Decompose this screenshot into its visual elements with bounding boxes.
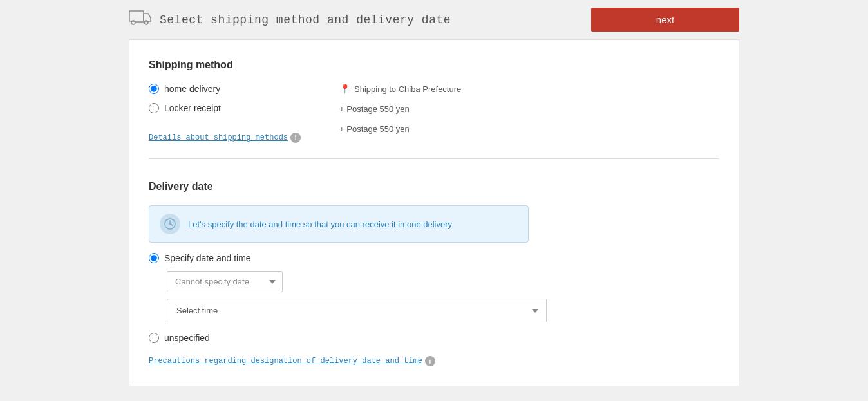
- precautions-link[interactable]: Precautions regarding designation of del…: [149, 357, 422, 366]
- unspecified-option[interactable]: unspecified: [149, 333, 719, 343]
- unspecified-radio[interactable]: [149, 333, 159, 343]
- date-select-container: Cannot specify date: [167, 271, 719, 292]
- specify-date-radio[interactable]: [149, 253, 159, 263]
- location-label: Shipping to Chiba Prefecture: [354, 84, 461, 94]
- date-dropdown[interactable]: Cannot specify date: [167, 271, 283, 292]
- svg-line-6: [170, 224, 173, 225]
- tooltip-banner: Let's specify the date and time so that …: [149, 205, 529, 243]
- next-button[interactable]: next: [591, 8, 739, 32]
- postage-home: + Postage 550 yen: [339, 104, 461, 114]
- main-card: Shipping method home delivery Locker rec…: [129, 39, 739, 386]
- home-delivery-label: home delivery: [164, 84, 220, 94]
- shipping-location: 📍 Shipping to Chiba Prefecture: [339, 84, 461, 94]
- locker-receipt-option[interactable]: Locker receipt: [149, 103, 301, 113]
- details-link-container: Details about shipping methods i: [149, 133, 301, 143]
- header: Select shipping method and delivery date…: [0, 0, 868, 39]
- precautions-info-icon: i: [425, 356, 435, 366]
- home-delivery-radio[interactable]: [149, 84, 159, 94]
- details-info-icon: i: [290, 133, 301, 143]
- clock-icon: [160, 214, 180, 234]
- home-delivery-option[interactable]: home delivery: [149, 84, 301, 94]
- shipping-method-section: Shipping method home delivery Locker rec…: [149, 59, 719, 143]
- delivery-date-title: Delivery date: [149, 181, 719, 192]
- locker-receipt-radio[interactable]: [149, 103, 159, 113]
- unspecified-label: unspecified: [164, 333, 210, 343]
- specify-date-label: Specify date and time: [164, 253, 251, 263]
- truck-icon: [129, 8, 152, 31]
- shipping-method-title: Shipping method: [149, 59, 719, 71]
- date-time-row: Cannot specify date Select time: [167, 271, 719, 322]
- locker-receipt-label: Locker receipt: [164, 103, 221, 113]
- page-title: Select shipping method and delivery date: [160, 14, 451, 26]
- header-left: Select shipping method and delivery date: [129, 8, 451, 31]
- delivery-date-section: Delivery date Let's specify the date and…: [149, 174, 719, 366]
- location-icon: 📍: [339, 84, 350, 94]
- details-link[interactable]: Details about shipping methods: [149, 133, 288, 142]
- specify-date-time-option[interactable]: Specify date and time: [149, 253, 719, 263]
- section-divider: [149, 158, 719, 159]
- shipping-options: home delivery Locker receipt Details abo…: [149, 84, 301, 143]
- specify-options: Specify date and time Cannot specify dat…: [149, 253, 719, 343]
- precautions-link-container: Precautions regarding designation of del…: [149, 356, 719, 366]
- svg-rect-0: [129, 11, 144, 21]
- shipping-section-body: home delivery Locker receipt Details abo…: [149, 84, 719, 143]
- tooltip-text: Let's specify the date and time so that …: [188, 219, 452, 229]
- postage-locker: + Postage 550 yen: [339, 124, 461, 134]
- shipping-info: 📍 Shipping to Chiba Prefecture + Postage…: [339, 84, 461, 134]
- time-dropdown[interactable]: Select time: [167, 299, 547, 322]
